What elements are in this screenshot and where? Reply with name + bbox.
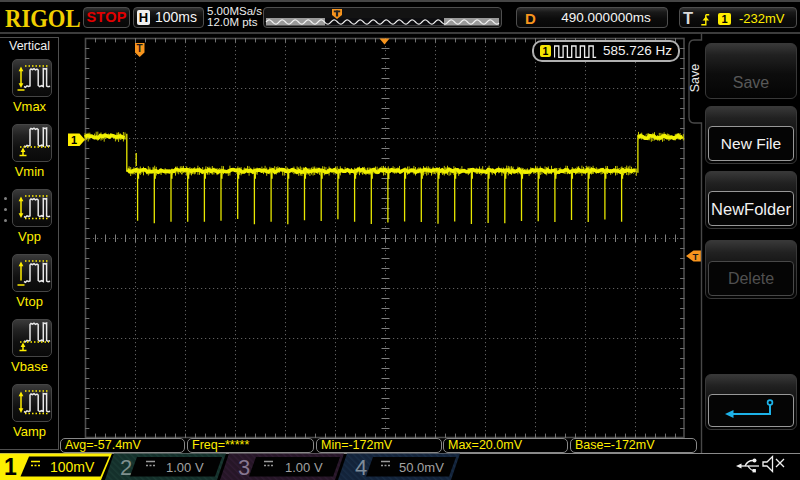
svg-text:100mV: 100mV — [50, 459, 95, 475]
svg-text:1.00 V: 1.00 V — [285, 460, 323, 475]
svg-text:4: 4 — [355, 455, 367, 480]
svg-text:50.0mV: 50.0mV — [399, 460, 444, 475]
svg-text:1.00 V: 1.00 V — [166, 460, 204, 475]
svg-text:3: 3 — [238, 455, 250, 480]
svg-text:1: 1 — [4, 454, 17, 480]
